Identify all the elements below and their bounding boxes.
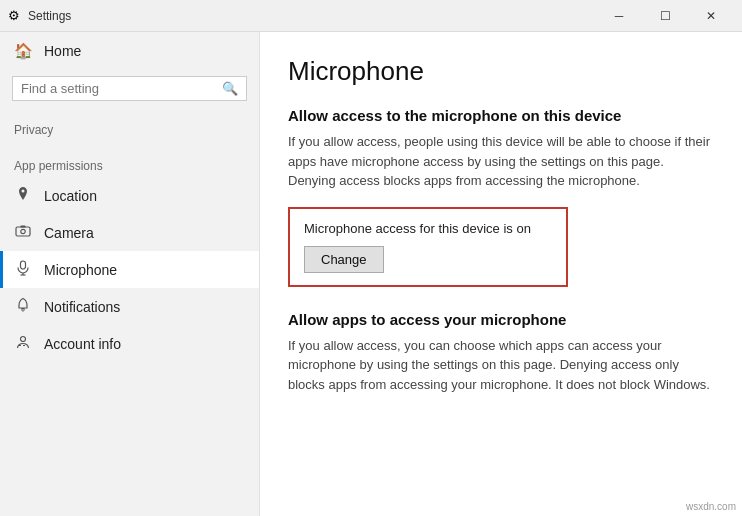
sidebar-item-location[interactable]: Location: [0, 177, 259, 214]
svg-rect-3: [21, 261, 26, 269]
svg-rect-2: [21, 226, 26, 228]
svg-rect-0: [16, 227, 30, 236]
maximize-button[interactable]: ☐: [642, 0, 688, 32]
sidebar-item-account-info[interactable]: Account info: [0, 325, 259, 362]
home-icon: 🏠: [14, 42, 32, 60]
search-icon: 🔍: [222, 81, 238, 96]
privacy-label: Privacy: [0, 113, 259, 141]
camera-icon: [14, 223, 32, 242]
title-bar-left: ⚙ Settings: [8, 8, 71, 23]
settings-icon: ⚙: [8, 8, 20, 23]
microphone-icon: [14, 260, 32, 279]
sidebar-item-microphone[interactable]: Microphone: [0, 251, 259, 288]
access-status-text: Microphone access for this device is on: [304, 221, 552, 236]
access-box: Microphone access for this device is on …: [288, 207, 568, 287]
section1-title: Allow access to the microphone on this d…: [288, 107, 714, 124]
close-button[interactable]: ✕: [688, 0, 734, 32]
section2-desc: If you allow access, you can choose whic…: [288, 336, 714, 395]
sidebar-item-camera-label: Camera: [44, 225, 94, 241]
sidebar-item-notifications[interactable]: Notifications: [0, 288, 259, 325]
section2-title: Allow apps to access your microphone: [288, 311, 714, 328]
notifications-icon: [14, 297, 32, 316]
change-button[interactable]: Change: [304, 246, 384, 273]
sidebar: 🏠 Home 🔍 Privacy App permissions Locatio…: [0, 32, 260, 516]
watermark: wsxdn.com: [686, 501, 736, 512]
title-bar-title: Settings: [28, 9, 71, 23]
app-permissions-label: App permissions: [0, 149, 259, 177]
minimize-button[interactable]: ─: [596, 0, 642, 32]
account-info-icon: [14, 334, 32, 353]
section1-desc: If you allow access, people using this d…: [288, 132, 714, 191]
search-input[interactable]: [21, 81, 222, 96]
svg-point-7: [21, 337, 26, 342]
sidebar-home-label: Home: [44, 43, 81, 59]
sidebar-item-location-label: Location: [44, 188, 97, 204]
content-area: Microphone Allow access to the microphon…: [260, 32, 742, 516]
sidebar-search-box[interactable]: 🔍: [12, 76, 247, 101]
page-title: Microphone: [288, 56, 714, 87]
title-bar: ⚙ Settings ─ ☐ ✕: [0, 0, 742, 32]
title-bar-controls: ─ ☐ ✕: [596, 0, 734, 32]
app-body: 🏠 Home 🔍 Privacy App permissions Locatio…: [0, 32, 742, 516]
sidebar-item-notifications-label: Notifications: [44, 299, 120, 315]
location-icon: [14, 186, 32, 205]
sidebar-item-microphone-label: Microphone: [44, 262, 117, 278]
sidebar-home[interactable]: 🏠 Home: [0, 32, 259, 70]
sidebar-item-camera[interactable]: Camera: [0, 214, 259, 251]
svg-point-1: [21, 229, 25, 233]
svg-rect-6: [22, 308, 25, 310]
sidebar-item-account-info-label: Account info: [44, 336, 121, 352]
